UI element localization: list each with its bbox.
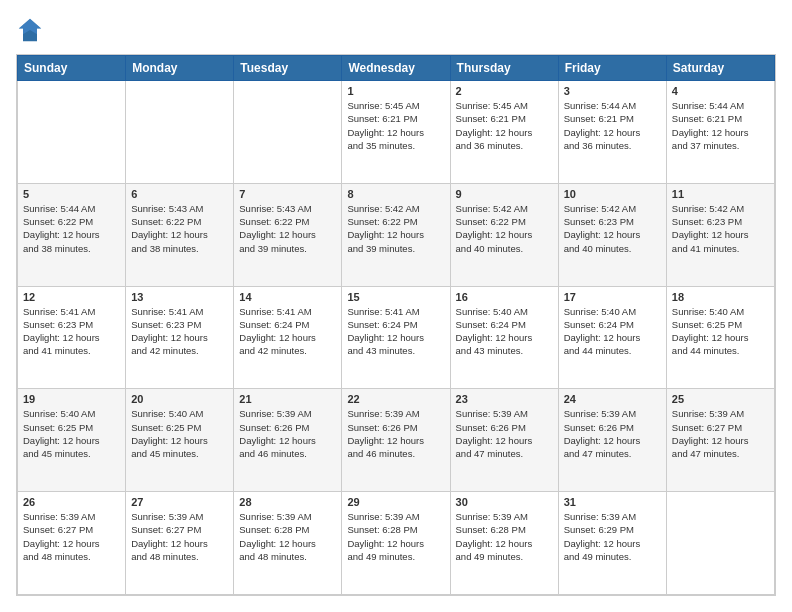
day-info: Sunrise: 5:39 AM Sunset: 6:26 PM Dayligh… <box>347 407 444 460</box>
day-cell: 8Sunrise: 5:42 AM Sunset: 6:22 PM Daylig… <box>342 183 450 286</box>
day-info: Sunrise: 5:41 AM Sunset: 6:23 PM Dayligh… <box>131 305 228 358</box>
day-number: 14 <box>239 291 336 303</box>
calendar-table: SundayMondayTuesdayWednesdayThursdayFrid… <box>17 55 775 595</box>
day-cell: 22Sunrise: 5:39 AM Sunset: 6:26 PM Dayli… <box>342 389 450 492</box>
week-row-1: 1Sunrise: 5:45 AM Sunset: 6:21 PM Daylig… <box>18 81 775 184</box>
day-number: 8 <box>347 188 444 200</box>
day-cell: 21Sunrise: 5:39 AM Sunset: 6:26 PM Dayli… <box>234 389 342 492</box>
day-number: 31 <box>564 496 661 508</box>
day-cell: 24Sunrise: 5:39 AM Sunset: 6:26 PM Dayli… <box>558 389 666 492</box>
day-cell: 14Sunrise: 5:41 AM Sunset: 6:24 PM Dayli… <box>234 286 342 389</box>
day-info: Sunrise: 5:40 AM Sunset: 6:24 PM Dayligh… <box>456 305 553 358</box>
day-cell: 13Sunrise: 5:41 AM Sunset: 6:23 PM Dayli… <box>126 286 234 389</box>
day-cell: 17Sunrise: 5:40 AM Sunset: 6:24 PM Dayli… <box>558 286 666 389</box>
day-number: 17 <box>564 291 661 303</box>
day-cell: 26Sunrise: 5:39 AM Sunset: 6:27 PM Dayli… <box>18 492 126 595</box>
day-info: Sunrise: 5:43 AM Sunset: 6:22 PM Dayligh… <box>131 202 228 255</box>
day-info: Sunrise: 5:42 AM Sunset: 6:22 PM Dayligh… <box>456 202 553 255</box>
day-info: Sunrise: 5:44 AM Sunset: 6:21 PM Dayligh… <box>672 99 769 152</box>
day-number: 11 <box>672 188 769 200</box>
day-cell: 7Sunrise: 5:43 AM Sunset: 6:22 PM Daylig… <box>234 183 342 286</box>
day-number: 18 <box>672 291 769 303</box>
day-info: Sunrise: 5:42 AM Sunset: 6:23 PM Dayligh… <box>672 202 769 255</box>
day-number: 7 <box>239 188 336 200</box>
day-cell: 30Sunrise: 5:39 AM Sunset: 6:28 PM Dayli… <box>450 492 558 595</box>
day-info: Sunrise: 5:40 AM Sunset: 6:25 PM Dayligh… <box>23 407 120 460</box>
day-number: 26 <box>23 496 120 508</box>
day-cell: 6Sunrise: 5:43 AM Sunset: 6:22 PM Daylig… <box>126 183 234 286</box>
day-info: Sunrise: 5:44 AM Sunset: 6:21 PM Dayligh… <box>564 99 661 152</box>
page: SundayMondayTuesdayWednesdayThursdayFrid… <box>0 0 792 612</box>
day-number: 25 <box>672 393 769 405</box>
day-info: Sunrise: 5:39 AM Sunset: 6:29 PM Dayligh… <box>564 510 661 563</box>
day-number: 12 <box>23 291 120 303</box>
calendar-body: 1Sunrise: 5:45 AM Sunset: 6:21 PM Daylig… <box>18 81 775 595</box>
day-info: Sunrise: 5:41 AM Sunset: 6:23 PM Dayligh… <box>23 305 120 358</box>
day-info: Sunrise: 5:40 AM Sunset: 6:24 PM Dayligh… <box>564 305 661 358</box>
day-number: 3 <box>564 85 661 97</box>
day-cell: 23Sunrise: 5:39 AM Sunset: 6:26 PM Dayli… <box>450 389 558 492</box>
day-info: Sunrise: 5:39 AM Sunset: 6:28 PM Dayligh… <box>456 510 553 563</box>
day-number: 6 <box>131 188 228 200</box>
day-info: Sunrise: 5:40 AM Sunset: 6:25 PM Dayligh… <box>672 305 769 358</box>
day-info: Sunrise: 5:45 AM Sunset: 6:21 PM Dayligh… <box>347 99 444 152</box>
day-info: Sunrise: 5:39 AM Sunset: 6:28 PM Dayligh… <box>347 510 444 563</box>
day-info: Sunrise: 5:39 AM Sunset: 6:27 PM Dayligh… <box>672 407 769 460</box>
week-row-2: 5Sunrise: 5:44 AM Sunset: 6:22 PM Daylig… <box>18 183 775 286</box>
day-number: 19 <box>23 393 120 405</box>
day-cell: 16Sunrise: 5:40 AM Sunset: 6:24 PM Dayli… <box>450 286 558 389</box>
day-number: 16 <box>456 291 553 303</box>
day-number: 1 <box>347 85 444 97</box>
day-info: Sunrise: 5:41 AM Sunset: 6:24 PM Dayligh… <box>347 305 444 358</box>
calendar: SundayMondayTuesdayWednesdayThursdayFrid… <box>16 54 776 596</box>
weekday-header-sunday: Sunday <box>18 56 126 81</box>
day-number: 21 <box>239 393 336 405</box>
day-info: Sunrise: 5:39 AM Sunset: 6:26 PM Dayligh… <box>456 407 553 460</box>
logo <box>16 16 46 44</box>
day-number: 20 <box>131 393 228 405</box>
day-cell: 3Sunrise: 5:44 AM Sunset: 6:21 PM Daylig… <box>558 81 666 184</box>
day-number: 23 <box>456 393 553 405</box>
day-number: 15 <box>347 291 444 303</box>
weekday-header-tuesday: Tuesday <box>234 56 342 81</box>
weekday-header-friday: Friday <box>558 56 666 81</box>
week-row-3: 12Sunrise: 5:41 AM Sunset: 6:23 PM Dayli… <box>18 286 775 389</box>
day-cell <box>234 81 342 184</box>
day-cell: 10Sunrise: 5:42 AM Sunset: 6:23 PM Dayli… <box>558 183 666 286</box>
weekday-row: SundayMondayTuesdayWednesdayThursdayFrid… <box>18 56 775 81</box>
day-info: Sunrise: 5:41 AM Sunset: 6:24 PM Dayligh… <box>239 305 336 358</box>
day-cell: 15Sunrise: 5:41 AM Sunset: 6:24 PM Dayli… <box>342 286 450 389</box>
day-number: 27 <box>131 496 228 508</box>
logo-icon <box>16 16 44 44</box>
day-info: Sunrise: 5:42 AM Sunset: 6:23 PM Dayligh… <box>564 202 661 255</box>
day-number: 4 <box>672 85 769 97</box>
day-info: Sunrise: 5:39 AM Sunset: 6:27 PM Dayligh… <box>23 510 120 563</box>
day-number: 9 <box>456 188 553 200</box>
day-info: Sunrise: 5:39 AM Sunset: 6:26 PM Dayligh… <box>239 407 336 460</box>
day-cell: 25Sunrise: 5:39 AM Sunset: 6:27 PM Dayli… <box>666 389 774 492</box>
day-cell: 27Sunrise: 5:39 AM Sunset: 6:27 PM Dayli… <box>126 492 234 595</box>
day-info: Sunrise: 5:39 AM Sunset: 6:28 PM Dayligh… <box>239 510 336 563</box>
day-number: 10 <box>564 188 661 200</box>
day-info: Sunrise: 5:39 AM Sunset: 6:27 PM Dayligh… <box>131 510 228 563</box>
day-number: 22 <box>347 393 444 405</box>
weekday-header-wednesday: Wednesday <box>342 56 450 81</box>
weekday-header-saturday: Saturday <box>666 56 774 81</box>
day-number: 29 <box>347 496 444 508</box>
header <box>16 16 776 44</box>
day-cell: 11Sunrise: 5:42 AM Sunset: 6:23 PM Dayli… <box>666 183 774 286</box>
day-cell: 4Sunrise: 5:44 AM Sunset: 6:21 PM Daylig… <box>666 81 774 184</box>
day-info: Sunrise: 5:42 AM Sunset: 6:22 PM Dayligh… <box>347 202 444 255</box>
day-info: Sunrise: 5:45 AM Sunset: 6:21 PM Dayligh… <box>456 99 553 152</box>
calendar-header: SundayMondayTuesdayWednesdayThursdayFrid… <box>18 56 775 81</box>
day-cell: 9Sunrise: 5:42 AM Sunset: 6:22 PM Daylig… <box>450 183 558 286</box>
day-cell: 2Sunrise: 5:45 AM Sunset: 6:21 PM Daylig… <box>450 81 558 184</box>
day-cell <box>126 81 234 184</box>
day-cell: 18Sunrise: 5:40 AM Sunset: 6:25 PM Dayli… <box>666 286 774 389</box>
day-cell: 12Sunrise: 5:41 AM Sunset: 6:23 PM Dayli… <box>18 286 126 389</box>
day-number: 2 <box>456 85 553 97</box>
day-info: Sunrise: 5:40 AM Sunset: 6:25 PM Dayligh… <box>131 407 228 460</box>
day-cell: 5Sunrise: 5:44 AM Sunset: 6:22 PM Daylig… <box>18 183 126 286</box>
day-cell: 28Sunrise: 5:39 AM Sunset: 6:28 PM Dayli… <box>234 492 342 595</box>
day-info: Sunrise: 5:44 AM Sunset: 6:22 PM Dayligh… <box>23 202 120 255</box>
